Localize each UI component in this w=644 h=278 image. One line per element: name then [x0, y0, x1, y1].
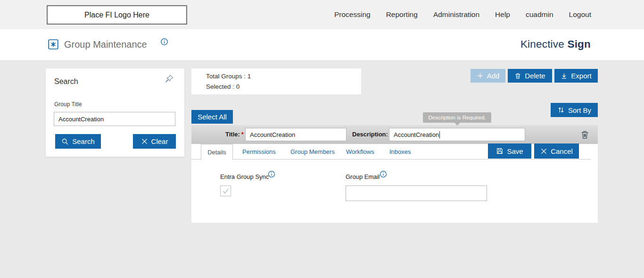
text-cursor	[439, 131, 440, 138]
tab-group-members[interactable]: Group Members	[289, 144, 337, 160]
tab-details[interactable]: Details	[201, 144, 233, 160]
selected-count-text: Selected : 0	[206, 83, 239, 90]
tab-permissions[interactable]: Permissions	[240, 144, 278, 160]
save-button-label: Save	[507, 147, 523, 155]
top-navigation: Processing Reporting Administration Help…	[334, 0, 591, 29]
save-button[interactable]: Save	[488, 143, 531, 159]
search-button-label: Search	[72, 137, 95, 145]
description-input[interactable]: AccountCreation	[389, 128, 525, 141]
add-button-label: Add	[487, 72, 500, 80]
validation-tooltip: Description is Required.	[423, 112, 491, 123]
download-icon	[561, 72, 568, 80]
page-title: Group Maintenance	[64, 39, 147, 50]
nav-help[interactable]: Help	[495, 10, 510, 19]
clear-button[interactable]: Clear	[133, 134, 176, 149]
title-field-label: Title:*	[225, 131, 244, 138]
validation-tooltip-text: Description is Required.	[428, 115, 486, 120]
nav-administration[interactable]: Administration	[433, 10, 479, 19]
group-row: Title:* Description:* AccountCreation	[191, 125, 598, 144]
group-maintenance-icon	[47, 38, 59, 51]
summary-bar: Total Groups : 1 Selected : 0	[191, 68, 361, 94]
delete-button-label: Delete	[525, 72, 545, 80]
nav-logout[interactable]: Logout	[569, 10, 591, 19]
fi-logo-text: Place FI Logo Here	[84, 11, 149, 19]
entra-group-sync-info-icon[interactable]	[268, 170, 275, 178]
group-email-input	[346, 185, 487, 201]
cancel-x-icon	[540, 148, 547, 155]
total-groups-text: Total Groups : 1	[206, 73, 251, 80]
group-edit-panel: Title:* Description:* AccountCreation De…	[191, 125, 598, 223]
sort-by-label: Sort By	[568, 106, 591, 114]
select-all-button[interactable]: Select All	[191, 110, 233, 124]
search-panel-heading: Search	[54, 77, 78, 86]
cancel-button-label: Cancel	[551, 147, 573, 155]
brand-logo: Kinective Sign	[520, 38, 591, 51]
sort-by-button[interactable]: Sort By	[551, 103, 598, 117]
check-icon	[222, 187, 230, 195]
search-button[interactable]: Search	[55, 134, 101, 149]
group-title-input[interactable]	[54, 112, 175, 126]
entra-group-sync-label: Entra Group Sync	[220, 173, 269, 180]
pin-icon[interactable]	[165, 74, 174, 84]
group-email-info-icon[interactable]	[380, 170, 387, 178]
entra-group-sync-checkbox[interactable]	[220, 185, 231, 196]
export-button-label: Export	[571, 72, 591, 80]
group-email-label: Group Email	[346, 173, 380, 180]
top-bar: Place FI Logo Here Processing Reporting …	[0, 0, 644, 29]
row-delete-trash-icon[interactable]	[580, 129, 590, 140]
select-all-label: Select All	[198, 113, 227, 121]
clear-x-icon	[141, 138, 148, 145]
nav-reporting[interactable]: Reporting	[386, 10, 418, 19]
description-field-label: Description:*	[352, 131, 392, 138]
description-input-value: AccountCreation	[394, 131, 439, 138]
search-panel: Search Group Title Search Clear	[46, 68, 184, 157]
clear-button-label: Clear	[151, 137, 168, 145]
tab-workflows[interactable]: Workflows	[344, 144, 376, 160]
add-button[interactable]: Add	[471, 69, 505, 83]
group-maintenance-page: Place FI Logo Here Processing Reporting …	[0, 0, 644, 278]
title-required-marker: *	[241, 131, 244, 138]
search-icon	[61, 138, 69, 145]
title-input[interactable]	[245, 128, 347, 141]
tab-inboxes[interactable]: Inboxes	[388, 144, 413, 160]
fi-logo-placeholder: Place FI Logo Here	[47, 5, 187, 25]
page-title-info-icon[interactable]	[160, 38, 168, 46]
page-header-bar: Group Maintenance Kinective Sign	[0, 29, 644, 61]
trash-icon	[514, 72, 521, 80]
group-title-label: Group Title	[54, 101, 82, 108]
cancel-button[interactable]: Cancel	[534, 143, 579, 159]
nav-processing[interactable]: Processing	[334, 10, 371, 19]
plus-icon	[477, 72, 484, 79]
export-button[interactable]: Export	[554, 69, 598, 83]
save-floppy-icon	[496, 147, 504, 155]
brand-name: Kinective	[520, 38, 564, 50]
delete-button[interactable]: Delete	[508, 69, 552, 83]
brand-product: Sign	[567, 38, 591, 50]
nav-user-cuadmin[interactable]: cuadmin	[526, 10, 553, 19]
sort-arrows-icon	[557, 106, 565, 114]
